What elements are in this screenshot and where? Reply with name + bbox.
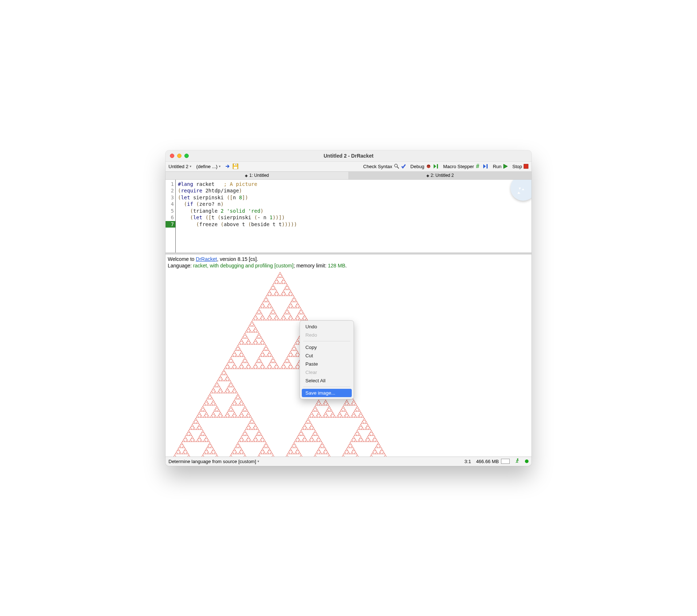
svg-marker-457 <box>263 440 264 442</box>
svg-marker-66 <box>188 454 190 455</box>
definitions-editor[interactable]: 1234567 #lang racket ; A picture(require… <box>166 179 531 253</box>
svg-marker-469 <box>257 431 259 433</box>
tab-1[interactable]: ◆ 1: Untitled <box>166 172 349 179</box>
svg-marker-1357 <box>357 410 359 411</box>
svg-marker-1637 <box>243 343 245 345</box>
svg-marker-686 <box>217 383 219 384</box>
svg-marker-254 <box>196 419 198 420</box>
svg-marker-1163 <box>361 437 363 439</box>
svg-marker-1164 <box>360 436 362 437</box>
svg-marker-1616 <box>268 355 270 357</box>
svg-marker-2097 <box>291 305 293 307</box>
svg-marker-1572 <box>256 360 258 361</box>
svg-marker-2023 <box>270 307 271 308</box>
svg-marker-899 <box>324 446 326 448</box>
svg-marker-913 <box>301 440 303 442</box>
svg-marker-2088 <box>302 311 304 313</box>
context-item-copy[interactable]: Copy <box>302 343 352 351</box>
svg-marker-1594 <box>275 364 276 366</box>
memory-status[interactable]: 466.66 MB <box>476 459 510 464</box>
svg-marker-1601 <box>275 361 276 363</box>
svg-marker-332 <box>240 446 242 448</box>
svg-marker-239 <box>197 428 199 430</box>
svg-marker-1779 <box>295 354 297 355</box>
drracket-link[interactable]: DrRacket <box>196 256 217 262</box>
svg-marker-217 <box>205 437 206 439</box>
svg-marker-613 <box>240 413 242 415</box>
svg-point-8 <box>429 165 430 166</box>
svg-marker-2106 <box>299 305 300 307</box>
svg-marker-2114 <box>296 300 298 302</box>
svg-marker-525 <box>202 405 204 407</box>
svg-marker-1719 <box>284 366 286 367</box>
define-dropdown[interactable]: (define ...) ▼ <box>196 164 221 169</box>
svg-marker-1173 <box>356 430 358 431</box>
svg-marker-2154 <box>283 290 284 291</box>
recycle-badge[interactable] <box>510 179 531 201</box>
svg-marker-714 <box>230 381 232 383</box>
svg-marker-2199 <box>279 272 281 273</box>
svg-marker-733 <box>220 374 222 375</box>
check-syntax-label: Check Syntax <box>363 164 392 169</box>
svg-marker-1769 <box>289 355 291 357</box>
context-item-select-all[interactable]: Select All <box>302 376 352 385</box>
svg-marker-85 <box>178 446 180 448</box>
svg-marker-1251 <box>316 408 318 410</box>
context-item-undo[interactable]: Undo <box>302 322 352 331</box>
svg-marker-76 <box>182 453 184 454</box>
svg-marker-915 <box>302 439 304 440</box>
context-item-paste[interactable]: Paste <box>302 360 352 368</box>
svg-marker-943 <box>319 440 321 442</box>
svg-marker-729 <box>228 378 230 379</box>
save-button[interactable] <box>225 163 238 169</box>
output-image[interactable] <box>168 272 392 457</box>
context-item-cut[interactable]: Cut <box>302 351 352 360</box>
svg-marker-1702 <box>254 328 255 329</box>
code-area[interactable]: #lang racket ; A picture(require 2htdp/i… <box>176 180 299 253</box>
svg-marker-1560 <box>255 363 256 364</box>
svg-marker-2037 <box>265 296 267 297</box>
svg-marker-2046 <box>283 314 284 316</box>
svg-marker-665 <box>215 392 217 393</box>
svg-marker-1062 <box>351 445 353 446</box>
stop-button[interactable]: Stop <box>512 164 529 169</box>
svg-marker-615 <box>241 411 242 413</box>
svg-marker-1567 <box>261 364 263 366</box>
svg-marker-1583 <box>271 367 273 369</box>
svg-marker-2020 <box>266 307 268 308</box>
svg-marker-2091 <box>300 308 302 309</box>
svg-marker-2018 <box>263 304 264 305</box>
svg-marker-1647 <box>249 341 251 343</box>
file-dropdown[interactable]: Untitled 2▼ <box>168 164 192 169</box>
svg-marker-209 <box>199 437 201 439</box>
svg-marker-1694 <box>249 328 250 329</box>
svg-marker-1569 <box>262 363 263 364</box>
svg-marker-1633 <box>238 343 240 345</box>
svg-marker-1738 <box>285 358 287 360</box>
interactions-pane[interactable]: Welcome to DrRacket, version 8.15 [cs]. … <box>166 254 531 457</box>
svg-marker-1655 <box>247 337 249 338</box>
svg-marker-1340 <box>355 416 357 417</box>
svg-marker-2066 <box>296 319 298 320</box>
language-dropdown[interactable]: Determine language from source [custom] … <box>168 459 260 464</box>
debug-button[interactable]: Debug <box>410 163 439 169</box>
tab-2[interactable]: ◆ 2: Untitled 2 <box>349 172 532 179</box>
svg-marker-794 <box>301 455 303 456</box>
svg-marker-1585 <box>268 364 270 366</box>
running-man-icon[interactable] <box>515 458 520 464</box>
check-syntax-button[interactable]: Check Syntax <box>363 163 406 169</box>
context-item-save-image[interactable]: Save image... <box>302 389 352 397</box>
macro-stepper-button[interactable]: Macro Stepper # <box>443 163 488 169</box>
svg-marker-2008 <box>271 309 273 311</box>
svg-marker-2003 <box>271 313 273 314</box>
svg-marker-886 <box>322 453 324 454</box>
svg-marker-1552 <box>252 367 254 369</box>
svg-marker-1178 <box>370 440 371 442</box>
svg-marker-1960 <box>255 319 257 320</box>
svg-marker-1976 <box>257 313 259 314</box>
svg-marker-977 <box>306 422 308 424</box>
svg-marker-1648 <box>247 340 249 341</box>
svg-marker-2029 <box>263 300 264 302</box>
svg-marker-814 <box>291 446 292 448</box>
run-button[interactable]: Run <box>493 164 508 169</box>
